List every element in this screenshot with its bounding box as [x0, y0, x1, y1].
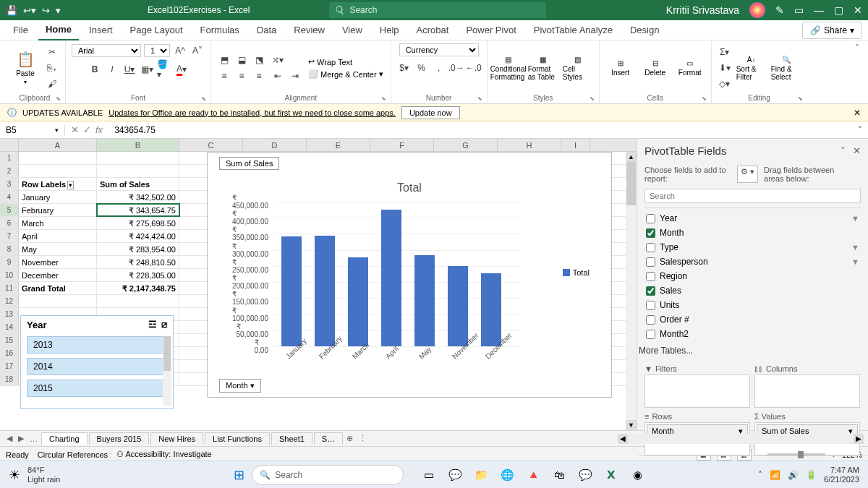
field-checkbox[interactable] — [646, 243, 655, 252]
sheet-nav-prev[interactable]: ◀ — [4, 434, 14, 443]
autosum-icon[interactable]: Σ▾ — [718, 45, 732, 59]
row-head[interactable]: 11 — [0, 282, 19, 294]
pivot-field[interactable]: Type▼ — [644, 240, 861, 254]
cell[interactable]: Grand Total — [19, 282, 97, 294]
field-checkbox[interactable] — [646, 228, 655, 238]
slicer-item[interactable]: 2014 — [27, 358, 167, 375]
cell[interactable]: ₹ 283,954.00 — [97, 243, 179, 255]
col-A[interactable]: A — [19, 139, 97, 151]
start-icon[interactable]: ⊞ — [234, 467, 244, 483]
field-filter-icon[interactable]: ▼ — [851, 214, 859, 223]
pivot-field[interactable]: Month2 — [644, 327, 861, 341]
tab-file[interactable]: File — [6, 20, 35, 40]
sheet-tab[interactable]: List Functions — [205, 432, 270, 445]
bold-button[interactable]: B — [88, 62, 102, 77]
tab-home[interactable]: Home — [38, 20, 79, 40]
clear-filter-icon[interactable]: ⧄ — [161, 319, 167, 330]
percent-icon[interactable]: % — [414, 61, 429, 75]
year-slicer[interactable]: Year ☲ ⧄ 2013 2014 2015 — [20, 315, 174, 409]
format-cells-button[interactable]: ▭Format — [675, 46, 705, 90]
font-color-button[interactable]: A▾ — [174, 62, 189, 77]
excel-icon[interactable]: 𝗫 — [602, 466, 621, 484]
orientation-icon[interactable]: ⤭▾ — [271, 53, 285, 67]
format-painter-icon[interactable]: 🖌 — [45, 77, 59, 91]
clear-icon[interactable]: ◇▾ — [718, 77, 732, 91]
accounting-format-icon[interactable]: $▾ — [397, 61, 412, 75]
row-head[interactable]: 8 — [0, 243, 19, 255]
columns-area[interactable] — [754, 374, 860, 408]
row-head[interactable]: 3 — [0, 178, 19, 190]
field-checkbox[interactable] — [646, 257, 655, 267]
row-head[interactable]: 15 — [0, 334, 19, 346]
merge-center-button[interactable]: ⬜ Merge & Center ▾ — [307, 69, 385, 80]
tab-help[interactable]: Help — [373, 20, 407, 40]
chart-axis-dropdown[interactable]: Month ▾ — [219, 379, 261, 393]
col-F[interactable]: F — [370, 139, 434, 151]
explorer-icon[interactable]: 📁 — [472, 466, 490, 484]
pivot-field[interactable]: Salesperson▼ — [644, 254, 861, 269]
col-B[interactable]: B — [97, 139, 179, 151]
redo-icon[interactable]: ↪ — [42, 5, 50, 16]
col-G[interactable]: G — [434, 139, 498, 151]
row-head[interactable]: 7 — [0, 230, 19, 242]
clock[interactable]: 7:47 AM6/21/2023 — [824, 466, 859, 484]
increase-decimal-icon[interactable]: .0→ — [449, 61, 464, 75]
row-head[interactable]: 6 — [0, 217, 19, 229]
taskview-icon[interactable]: ▭ — [420, 466, 438, 484]
pivot-chart[interactable]: Sum of Sales Total ₹ 0.00₹ 50,000.00₹ 10… — [207, 152, 612, 398]
cell[interactable]: ₹ 342,502.00 — [97, 191, 179, 203]
field-filter-icon[interactable]: ▼ — [851, 257, 859, 266]
field-checkbox[interactable] — [646, 214, 655, 223]
number-format[interactable]: Currency — [399, 43, 479, 56]
user-name[interactable]: Krritii Srivastava — [666, 4, 739, 16]
fx-icon[interactable]: fx — [95, 124, 103, 135]
cell[interactable]: ₹ 424,424.00 — [97, 230, 179, 242]
row-head[interactable]: 4 — [0, 191, 19, 203]
insert-cells-button[interactable]: ⊞Insert — [605, 46, 636, 90]
notes-icon[interactable]: ✎ — [775, 4, 784, 16]
maximize-icon[interactable]: ▢ — [834, 4, 843, 16]
cell[interactable]: February — [19, 204, 97, 216]
cancel-formula-icon[interactable]: ✕ — [71, 124, 79, 135]
borders-button[interactable]: ▦▾ — [140, 62, 154, 77]
cell[interactable]: April — [19, 230, 97, 242]
tab-powerpivot[interactable]: Power Pivot — [459, 20, 523, 40]
cut-icon[interactable]: ✂ — [45, 45, 59, 59]
qa-more-icon[interactable]: ▾ — [56, 5, 61, 16]
grow-font-icon[interactable]: A^ — [173, 43, 187, 58]
find-select-button[interactable]: 🔍Find & Select — [771, 46, 801, 90]
align-center-icon[interactable]: ≡ — [234, 69, 249, 83]
status-accessibility[interactable]: ⚇ Accessibility: Investigate — [116, 450, 212, 459]
cell[interactable]: ₹ 2,147,348.75 — [97, 282, 179, 294]
cell[interactable]: Row Labels▾ — [19, 178, 97, 190]
cell[interactable] — [97, 295, 179, 307]
row-head[interactable]: 9 — [0, 256, 19, 268]
shrink-font-icon[interactable]: A˅ — [190, 43, 205, 58]
wrap-text-button[interactable]: ↩ Wrap Text — [307, 56, 385, 67]
filters-area[interactable] — [644, 374, 750, 408]
pivot-close-icon[interactable]: ✕ — [853, 145, 861, 156]
comma-icon[interactable]: , — [432, 61, 446, 75]
row-head[interactable]: 16 — [0, 347, 19, 359]
col-E[interactable]: E — [307, 139, 370, 151]
tab-pivot-analyze[interactable]: PivotTable Analyze — [527, 20, 620, 40]
pivot-dropdown-icon[interactable]: ˅ — [841, 145, 846, 156]
pivot-field[interactable]: Order # — [644, 312, 861, 327]
sheet-tab[interactable]: S… — [314, 432, 343, 445]
zoom-slider[interactable] — [767, 453, 825, 456]
update-close-icon[interactable]: ✕ — [854, 108, 861, 118]
tab-data[interactable]: Data — [250, 20, 284, 40]
cell[interactable] — [19, 295, 97, 307]
cell[interactable]: December — [19, 269, 97, 281]
sort-filter-button[interactable]: A↓Sort & Filter — [736, 46, 767, 90]
pivot-gear-icon[interactable]: ⚙ ▾ — [737, 166, 758, 183]
minimize-icon[interactable]: — — [814, 4, 824, 16]
cell[interactable] — [19, 152, 97, 164]
chrome-icon[interactable]: ◉ — [628, 466, 647, 484]
paste-button[interactable]: 📋Paste▾ — [10, 46, 41, 90]
wifi-icon[interactable]: 📶 — [770, 470, 780, 480]
new-sheet-icon[interactable]: ⊕ — [344, 434, 355, 443]
horizontal-scrollbar[interactable]: ◀▶ — [618, 434, 864, 444]
cell[interactable] — [97, 165, 179, 177]
cell[interactable]: ₹ 275,698.50 — [97, 217, 179, 229]
